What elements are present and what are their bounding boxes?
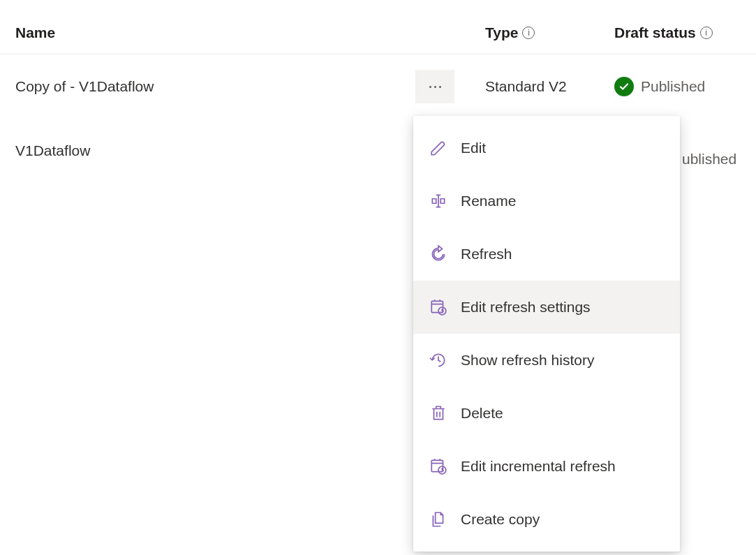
- menu-item-edit-incremental-refresh[interactable]: Edit incremental refresh: [413, 440, 680, 493]
- trash-icon: [429, 404, 448, 423]
- menu-item-label: Edit incremental refresh: [461, 458, 616, 475]
- column-header-draft-status[interactable]: Draft status i: [614, 24, 756, 41]
- column-header-name[interactable]: Name: [0, 24, 485, 41]
- copy-icon: [429, 510, 448, 529]
- menu-item-show-refresh-history[interactable]: Show refresh history: [413, 334, 680, 387]
- menu-item-edit-refresh-settings[interactable]: Edit refresh settings: [413, 281, 680, 334]
- menu-item-label: Show refresh history: [461, 352, 594, 369]
- column-header-draft-status-label: Draft status: [614, 24, 696, 41]
- calendar-clock-icon: [429, 297, 448, 317]
- dataflow-status: Published: [614, 77, 756, 96]
- menu-item-edit[interactable]: Edit: [413, 121, 680, 175]
- history-icon: [429, 350, 448, 370]
- column-header-type-label: Type: [485, 24, 518, 41]
- menu-item-refresh[interactable]: Refresh: [413, 228, 680, 281]
- menu-item-create-copy[interactable]: Create copy: [413, 493, 680, 546]
- menu-item-label: Create copy: [461, 511, 540, 528]
- status-label-fragment: ublished: [682, 151, 736, 168]
- more-actions-button[interactable]: [415, 70, 454, 103]
- info-icon[interactable]: i: [700, 27, 713, 39]
- table-header: Name Type i Draft status i: [0, 0, 756, 54]
- dataflow-name: Copy of - V1Dataflow: [0, 78, 415, 95]
- pencil-icon: [429, 138, 448, 158]
- menu-item-label: Rename: [461, 193, 516, 209]
- menu-item-label: Delete: [461, 405, 503, 422]
- menu-item-rename[interactable]: Rename: [413, 175, 680, 228]
- menu-item-delete[interactable]: Delete: [413, 387, 680, 440]
- refresh-icon: [429, 244, 448, 264]
- menu-item-label: Edit refresh settings: [461, 299, 591, 316]
- info-icon[interactable]: i: [522, 27, 535, 39]
- more-icon: [429, 86, 441, 88]
- menu-item-label: Refresh: [461, 246, 512, 262]
- calendar-clock-icon: [429, 457, 448, 476]
- dataflow-type: Standard V2: [485, 78, 614, 95]
- rename-icon: [429, 191, 448, 211]
- menu-item-label: Edit: [461, 140, 486, 156]
- status-label: Published: [641, 78, 705, 95]
- dataflow-name: V1Dataflow: [0, 142, 415, 159]
- column-header-type[interactable]: Type i: [485, 24, 614, 41]
- table-row[interactable]: Copy of - V1Dataflow Standard V2 Publish…: [0, 54, 756, 119]
- context-menu: Edit Rename Refresh Edit refresh setting…: [413, 116, 680, 552]
- check-icon: [614, 77, 634, 96]
